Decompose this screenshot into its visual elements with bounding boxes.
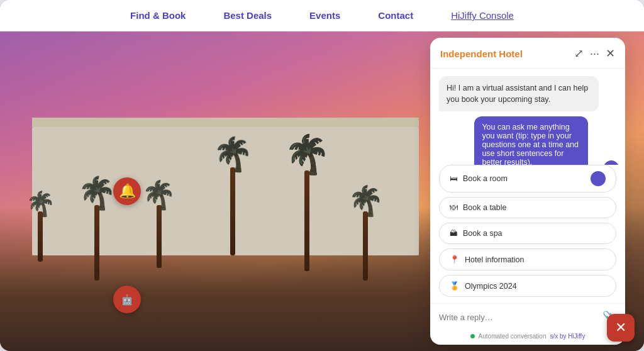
chat-footer: Automated conversation s/x by HiJiffy: [430, 330, 625, 345]
chat-options: 🛏 Book a room 🍽 Book a table 🏔 Book a sp…: [430, 165, 625, 303]
chat-title: Independent Hotel: [440, 48, 523, 59]
nav-best-deals[interactable]: Best Deals: [223, 10, 272, 21]
book-table-icon: 🍽: [450, 203, 458, 212]
hero-area: 🌴 🌴 🌴 🌴 🌴 🌴: [0, 31, 644, 351]
book-room-icon: 🛏: [450, 174, 458, 183]
olympics-icon: 🏅: [450, 281, 460, 291]
nav-contact[interactable]: Contact: [378, 10, 413, 21]
notification-bell-button[interactable]: 🔔: [113, 177, 141, 205]
option-olympics[interactable]: 🏅 Olympics 2024: [439, 275, 616, 297]
option-book-spa[interactable]: 🏔 Book a spa: [439, 223, 616, 244]
bot-message-2: You can ask me anything you want (tip: t…: [474, 116, 587, 165]
online-indicator: [470, 334, 475, 338]
expand-icon[interactable]: ⤢: [574, 47, 584, 60]
nav-hijiffy-console[interactable]: HiJiffy Console: [451, 10, 514, 21]
option-book-room[interactable]: 🛏 Book a room: [439, 165, 616, 192]
user-avatar-dot: [602, 159, 620, 165]
option-book-table[interactable]: 🍽 Book a table: [439, 197, 616, 218]
chat-reply-input[interactable]: [439, 313, 597, 322]
chat-input-area: 📎: [430, 303, 625, 330]
bell-icon: 🔔: [119, 183, 136, 199]
chat-widget: Independent Hotel ⤢ ··· ✕ Hi! I am a vir…: [430, 38, 625, 345]
chat-brand: s/x by HiJiffy: [550, 333, 585, 340]
chat-header: Independent Hotel ⤢ ··· ✕: [430, 38, 625, 69]
close-fab-button[interactable]: ✕: [607, 314, 635, 342]
robot-icon: 🤖: [121, 294, 133, 306]
close-fab-icon: ✕: [615, 320, 626, 336]
book-spa-icon: 🏔: [450, 229, 458, 238]
chat-messages: Hi! I am a virtual assistant and I can h…: [430, 69, 625, 165]
hotel-info-label: Hotel information: [465, 255, 525, 264]
browser-window: Find & Book Best Deals Events Contact Hi…: [0, 0, 644, 351]
option-hotel-info[interactable]: 📍 Hotel information: [439, 248, 616, 270]
book-room-label: Book a room: [463, 174, 508, 183]
user-message-container: You can ask me anything you want (tip: t…: [474, 116, 616, 165]
building-silhouette: [32, 127, 418, 255]
book-spa-label: Book a spa: [463, 229, 502, 238]
chat-header-icons: ⤢ ··· ✕: [574, 47, 615, 60]
nav-bar: Find & Book Best Deals Events Contact Hi…: [0, 0, 644, 31]
more-options-icon[interactable]: ···: [590, 47, 599, 60]
chat-status: Automated conversation: [479, 333, 547, 340]
close-chat-icon[interactable]: ✕: [606, 47, 615, 60]
nav-find-book[interactable]: Find & Book: [130, 10, 186, 21]
hotel-info-icon: 📍: [450, 255, 460, 264]
book-table-label: Book a table: [463, 203, 507, 212]
olympics-label: Olympics 2024: [465, 282, 517, 291]
robot-avatar-button[interactable]: 🤖: [113, 286, 141, 313]
selected-indicator: [591, 171, 606, 186]
nav-events[interactable]: Events: [309, 10, 340, 21]
bot-message-1: Hi! I am a virtual assistant and I can h…: [439, 76, 599, 111]
